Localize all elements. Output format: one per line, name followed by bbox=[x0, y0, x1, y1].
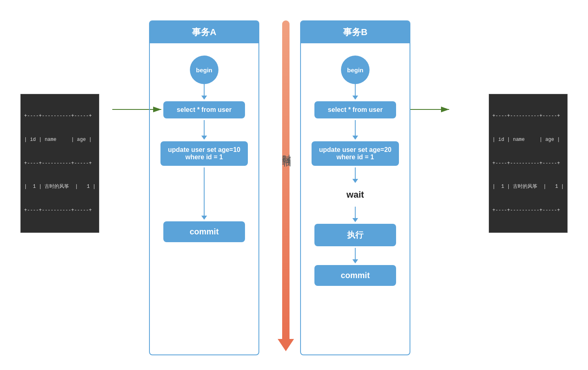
transaction-b-wait: wait bbox=[347, 186, 364, 203]
transaction-b-column: 事务B begin select * from user update user… bbox=[300, 20, 410, 355]
transaction-a-commit: commit bbox=[163, 221, 245, 242]
transaction-a-column: 事务A begin select * from user update user… bbox=[149, 20, 259, 355]
transaction-b-begin: begin bbox=[341, 56, 370, 84]
transaction-b-execute: 执行 bbox=[314, 224, 396, 246]
time-axis-line bbox=[282, 20, 290, 339]
transaction-a-update: update user set age=10 where id = 1 bbox=[160, 141, 247, 166]
transaction-b-commit: commit bbox=[314, 265, 396, 286]
time-axis-arrow bbox=[278, 339, 294, 351]
time-axis-label: 时间轴 bbox=[281, 147, 293, 152]
transaction-b-update: update user set age=20 where id = 1 bbox=[312, 141, 399, 166]
transaction-a-header: 事务A bbox=[150, 21, 258, 43]
diagram-container: +----+----------+-----+ | id | name | ag… bbox=[0, 0, 588, 370]
transaction-a-select: select * from user bbox=[163, 101, 245, 118]
transaction-b-select: select * from user bbox=[314, 101, 396, 118]
transaction-b-header: 事务B bbox=[301, 21, 410, 43]
transaction-a-begin: begin bbox=[190, 56, 218, 84]
db-table-left: +----+----------+-----+ | id | name | ag… bbox=[20, 94, 99, 233]
transaction-b-flow: begin select * from user update user set… bbox=[301, 43, 410, 286]
transaction-a-flow: begin select * from user update user set… bbox=[150, 43, 258, 242]
time-axis bbox=[278, 20, 294, 351]
db-table-right: +----+----------+-----+ | id | name | ag… bbox=[489, 94, 568, 233]
